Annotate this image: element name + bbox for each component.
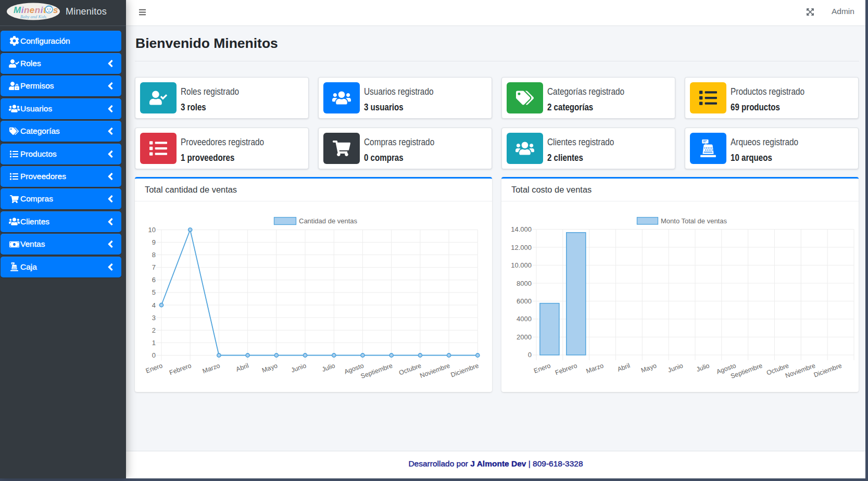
svg-text:Septiembre: Septiembre	[360, 362, 394, 380]
svg-text:2: 2	[152, 326, 156, 334]
svg-text:Julio: Julio	[321, 362, 336, 373]
svg-text:10: 10	[148, 226, 156, 234]
svg-text:2000: 2000	[517, 333, 532, 341]
svg-text:Enero: Enero	[533, 362, 551, 375]
svg-text:3: 3	[152, 314, 156, 322]
svg-text:5: 5	[152, 288, 156, 296]
svg-text:Monto Total de ventas: Monto Total de ventas	[661, 217, 727, 225]
svg-text:14.000: 14.000	[511, 225, 532, 233]
svg-text:Noviembre: Noviembre	[419, 362, 451, 379]
svg-text:8: 8	[152, 251, 156, 259]
svg-text:Diciembre: Diciembre	[450, 362, 480, 378]
svg-text:Julio: Julio	[695, 362, 710, 373]
svg-text:1: 1	[152, 339, 156, 347]
svg-text:Marzo: Marzo	[585, 362, 605, 375]
svg-text:9: 9	[152, 238, 156, 246]
svg-text:10.000: 10.000	[511, 261, 532, 269]
svg-text:Mayo: Mayo	[261, 362, 279, 374]
svg-text:Junio: Junio	[290, 362, 307, 374]
svg-text:0: 0	[528, 351, 532, 359]
svg-text:Mayo: Mayo	[640, 362, 658, 374]
svg-text:Diciembre: Diciembre	[813, 362, 843, 378]
svg-text:6000: 6000	[517, 297, 532, 305]
svg-text:Abril: Abril	[235, 362, 249, 373]
svg-text:12.000: 12.000	[511, 244, 532, 251]
svg-text:s: s	[53, 5, 58, 15]
svg-text:4: 4	[152, 301, 156, 309]
svg-text:8000: 8000	[517, 280, 532, 287]
svg-text:Marzo: Marzo	[202, 362, 221, 375]
svg-text:Baby and Kids: Baby and Kids	[20, 14, 47, 19]
svg-text:Abril: Abril	[617, 362, 631, 373]
svg-text:0: 0	[152, 351, 156, 359]
svg-text:Cantidad de ventas: Cantidad de ventas	[299, 217, 358, 225]
svg-text:Octubre: Octubre	[398, 362, 422, 376]
svg-text:Noviembre: Noviembre	[784, 362, 816, 379]
svg-text:Febrero: Febrero	[168, 362, 192, 376]
svg-text:Enero: Enero	[145, 362, 163, 375]
svg-text:6: 6	[152, 276, 156, 284]
svg-text:4000: 4000	[517, 315, 532, 323]
svg-text:Junio: Junio	[667, 362, 684, 374]
svg-text:Febrero: Febrero	[554, 362, 578, 376]
svg-text:7: 7	[152, 263, 156, 271]
